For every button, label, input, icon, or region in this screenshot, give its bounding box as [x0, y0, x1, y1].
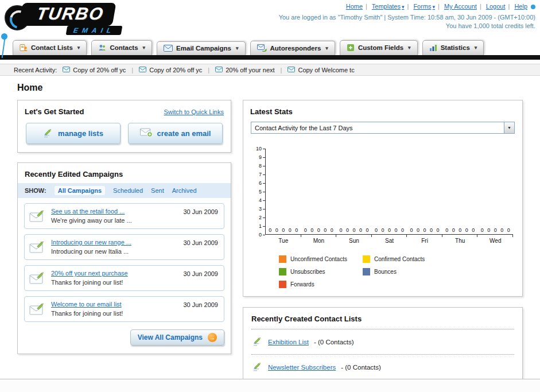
activity-item-label: Copy of Welcome tc [298, 67, 354, 73]
chart-bar-group: 0 0 0 0 0 [477, 149, 513, 234]
tab-autoresponders[interactable]: Autoresponders [250, 41, 335, 55]
contact-list-item: Newsletter Subscribers - (0 Contacts) [251, 355, 514, 380]
get-started-buttons: manage lists create an email [18, 118, 231, 144]
link-templates[interactable]: Templates [372, 3, 405, 10]
chart-bar-group: 0 0 0 0 0 [372, 149, 407, 234]
envelope-plus-icon [140, 128, 153, 139]
tab-contact-lists[interactable]: Contact Lists [13, 40, 87, 55]
activity-item-label: 20% off your next [226, 67, 274, 73]
tab-custom-fields[interactable]: Custom Fields [340, 40, 418, 55]
filter-all-campaigns[interactable]: All Campaigns [55, 186, 105, 195]
get-started-title: Let's Get Started [25, 107, 84, 116]
chart-x-label: Fri [407, 238, 442, 244]
pencil-icon [252, 336, 263, 348]
campaign-title-link[interactable]: Introducing our new range ... [51, 239, 172, 246]
legend-swatch-bounces [363, 268, 370, 275]
recent-activity-bar: Recent Activity: Copy of 20% off yc Copy… [0, 64, 540, 76]
link-home[interactable]: Home [346, 3, 363, 10]
campaign-subtitle: We're giving away our late ... [51, 217, 172, 224]
separator [438, 3, 440, 10]
tab-label: Custom Fields [358, 44, 403, 51]
logo-text-primary: TURBO [18, 3, 116, 26]
campaign-date: 30 Jun 2009 [183, 301, 218, 308]
campaign-title-link[interactable]: 20% off your next purchase [51, 270, 172, 277]
caret-down-icon [433, 4, 436, 10]
campaign-title-link[interactable]: Welcome to our email list [51, 301, 172, 308]
tab-label: Contacts [110, 44, 138, 51]
switch-quick-links-link[interactable]: Switch to Quick Links [164, 108, 224, 115]
stats-period-select[interactable]: Contact Activity for the Last 7 Days [251, 122, 515, 134]
link-forms[interactable]: Forms [413, 3, 435, 10]
recent-activity-item[interactable]: Copy of 20% off yc [63, 67, 126, 73]
caret-down-icon [143, 45, 146, 51]
campaign-date: 30 Jun 2009 [183, 239, 218, 246]
campaign-subtitle: Thanks for joining our list! [51, 310, 172, 317]
latest-stats-panel: Latest Stats Contact Activity for the La… [243, 100, 523, 297]
get-started-panel: Let's Get Started Switch to Quick Links … [17, 100, 231, 153]
campaign-envelope-pencil-icon [29, 301, 46, 316]
select-arrow-icon [504, 122, 514, 133]
contact-lists-icon [20, 44, 28, 52]
tab-email-campaigns[interactable]: Email Campaigns [157, 41, 245, 55]
top-nav-links: Home Templates Forms My Account Logout H… [279, 3, 535, 10]
manage-lists-button[interactable]: manage lists [26, 123, 121, 144]
create-email-button[interactable]: create an email [128, 123, 223, 144]
legend-label: Forwards [290, 281, 314, 288]
activity-item-label: Copy of 20% off yc [149, 67, 202, 73]
link-logout[interactable]: Logout [486, 3, 506, 10]
legend-item: Unconfirmed Contacts [279, 255, 363, 263]
stats-title: Latest Stats [243, 100, 522, 121]
contact-activity-chart: 109876543210 0 0 0 0 00 0 0 0 00 0 0 0 0… [250, 149, 513, 244]
envelope-icon [288, 67, 295, 73]
link-help[interactable]: Help [514, 3, 527, 10]
filter-sent[interactable]: Sent [151, 187, 164, 194]
campaign-title-link[interactable]: See us at the retail food ... [51, 208, 172, 215]
campaign-card: See us at the retail food ... We're givi… [24, 203, 224, 229]
credits-info: You have 1,000 total credits left. [279, 22, 535, 29]
header-meta: Home Templates Forms My Account Logout H… [279, 3, 535, 29]
envelope-icon [215, 67, 223, 73]
tab-statistics[interactable]: Statistics [422, 40, 484, 55]
recent-activity-item[interactable]: Copy of 20% off yc [139, 67, 202, 73]
separator [131, 67, 133, 73]
recent-campaigns-panel: Recently Edited Campaigns SHOW: All Camp… [17, 162, 231, 354]
campaign-envelope-pencil-icon [29, 270, 46, 285]
envelope-icon [139, 67, 146, 73]
statistics-icon [429, 44, 437, 52]
tab-contacts[interactable]: Contacts [91, 40, 152, 55]
logo-text-secondary: EMAIL [66, 26, 123, 35]
contact-list-link[interactable]: Newsletter Subscribers [268, 364, 336, 371]
contact-list-count: - (0 Contacts) [341, 364, 381, 371]
chart-bar-group: 0 0 0 0 0 [266, 149, 301, 234]
envelope-icon [63, 67, 70, 73]
caret-down-icon [402, 4, 405, 10]
campaign-filter-bar: SHOW: All Campaigns Scheduled Sent Archi… [18, 183, 231, 198]
link-forms-label: Forms [413, 3, 431, 10]
link-my-account[interactable]: My Account [444, 3, 477, 10]
app-logo[interactable]: TURBO EMAIL [3, 2, 147, 35]
legend-item: Forwards [279, 281, 363, 288]
recent-activity-item[interactable]: Copy of Welcome tc [288, 67, 354, 73]
filter-scheduled[interactable]: Scheduled [113, 187, 143, 194]
manage-lists-label: manage lists [58, 129, 103, 138]
filter-archived[interactable]: Archived [172, 187, 197, 194]
chart-y-axis: 109876543210 [250, 149, 265, 235]
campaigns-title: Recently Edited Campaigns [18, 163, 231, 183]
contact-lists-title: Recently Created Contact Lists [251, 315, 514, 329]
header-dot-decoration [531, 5, 535, 9]
autoresponders-icon [257, 44, 267, 52]
campaign-envelope-pencil-icon [29, 239, 46, 254]
tab-label: Autoresponders [270, 45, 321, 52]
view-all-campaigns-button[interactable]: View All Campaigns [130, 329, 224, 346]
tab-label: Contact Lists [31, 44, 73, 51]
contact-list-link[interactable]: Exhibition List [268, 339, 309, 346]
campaign-card: 20% off your next purchase Thanks for jo… [24, 265, 224, 291]
contacts-icon [98, 44, 106, 52]
legend-label: Confirmed Contacts [374, 256, 425, 262]
legend-swatch-confirmed [363, 255, 370, 263]
chart-x-axis: TueMonSunSatFriThuWed [266, 238, 513, 244]
recent-activity-item[interactable]: 20% off your next [215, 67, 274, 73]
chart-x-label: Sat [372, 238, 407, 244]
caret-down-icon [408, 45, 411, 51]
main-nav: Contact Lists Contacts Email Campaigns A… [0, 38, 540, 55]
